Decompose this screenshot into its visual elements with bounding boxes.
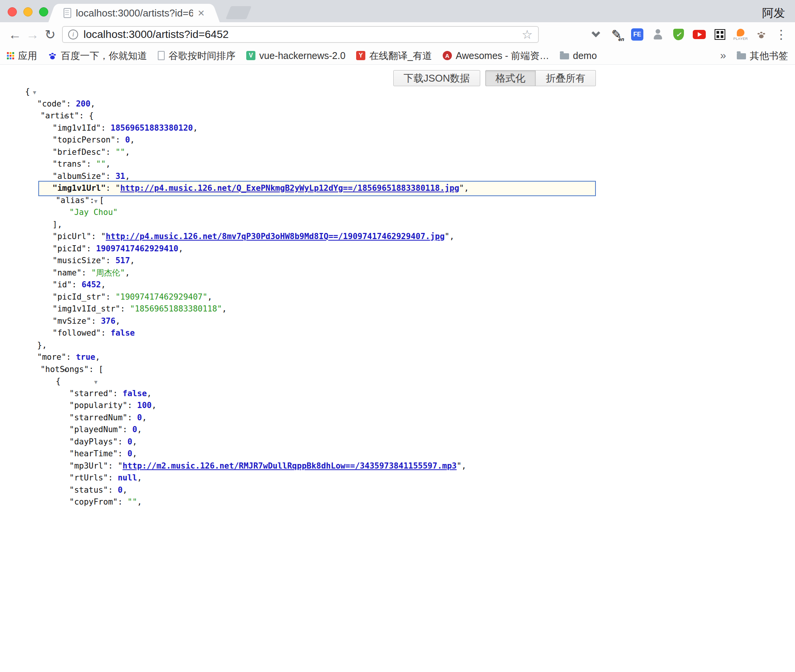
json-token: 517 [115,256,130,265]
new-tab-button[interactable] [226,6,252,19]
json-token: ], [52,220,62,229]
collapse-all-button[interactable]: 折叠所有 [536,70,596,86]
json-key: "starred" [69,389,113,398]
json-url-link[interactable]: http://m2.music.126.net/RMJR7wDullRqppBk… [123,461,456,470]
json-token: 200 [76,99,90,108]
collapse-toggle-icon[interactable]: ▼ [33,89,36,95]
json-line: "dayPlays": 0, [0,436,795,448]
json-token: ", [456,461,466,470]
json-token: : [128,413,137,422]
bookmark-vue-hackernews[interactable]: V vue-hackernews-2.0 [246,50,345,61]
json-token: 0 [118,485,123,495]
player-extension-icon[interactable]: PLAYER [733,27,748,42]
json-token: , [125,148,130,157]
format-button[interactable]: 格式化 [485,70,536,86]
paw-extension-icon[interactable] [754,27,769,42]
json-token: 0 [128,437,132,446]
json-key: "copyFrom" [69,497,118,506]
json-token: 0 [132,425,137,434]
json-line-highlighted: "img1v1Url": "http://p4.music.126.net/Q_… [0,182,795,195]
bookmarks-bar: 应用 百度一下，你就知道 谷歌按时间排序 V vue-hackernews-2.… [0,47,795,65]
json-token: : [66,352,76,362]
collapse-toggle-icon[interactable]: ▼ [94,379,97,385]
json-token: , [130,135,135,144]
json-key: "playedNum" [69,425,123,434]
folder-icon [560,53,569,59]
bookmark-google-sort[interactable]: 谷歌按时间排序 [158,49,236,62]
bookmark-awesomes[interactable]: A Awesomes - 前端资… [443,49,549,62]
json-token: : " [91,232,106,241]
baidu-paw-icon [48,51,57,60]
json-key: "name" [52,268,82,277]
json-key: "musicSize" [52,256,106,265]
json-token: 0 [128,449,132,458]
json-tree: ▼{"code": 200,▼"artist": {"img1v1Id": 18… [0,65,795,508]
bookmark-baidu[interactable]: 百度一下，你就知道 [48,49,147,62]
json-line: "id": 6452, [0,279,795,291]
forward-button[interactable] [24,27,41,42]
json-url-link[interactable]: http://p4.music.126.net/Q_ExePNkmgB2yWyL… [120,184,459,193]
json-token: , [101,280,106,289]
tab-close-icon[interactable] [198,7,204,19]
json-token: , [152,401,157,410]
translate-pen-extension-icon[interactable]: en [609,27,624,42]
player-caption: PLAYER [733,37,748,41]
json-token: : [82,268,91,277]
page-info-icon[interactable] [68,30,78,39]
json-key: "more" [37,352,66,362]
json-key: "albumSize" [52,172,106,181]
json-key: "picId_str" [52,292,106,302]
json-token: : [101,328,110,338]
chevron-extension-icon[interactable] [588,27,604,42]
json-token: , [137,497,142,506]
json-token: false [123,389,147,398]
qr-code-extension-icon[interactable] [712,27,728,42]
json-token: , [222,304,227,313]
shield-extension-icon[interactable] [671,27,686,42]
bookmark-youdao[interactable]: Y 在线翻译_有道 [356,49,432,62]
json-token: : [115,135,125,144]
json-line: "img1v1Id_str": "18569651883380118", [0,303,795,315]
json-url-link[interactable]: http://p4.music.126.net/8mv7qP30Pd3oHW8b… [106,232,445,241]
youtube-extension-icon[interactable] [692,27,707,42]
json-line: "name": "周杰伦", [0,267,795,279]
json-line: }, [0,339,795,352]
other-bookmarks-folder[interactable]: 其他书签 [737,49,788,62]
json-token: ", [445,232,454,241]
json-token: : [101,123,110,133]
json-token: : [113,389,123,398]
vue-icon: V [246,51,255,60]
window-close-button[interactable] [8,7,17,16]
bookmark-demo-folder[interactable]: demo [560,50,597,61]
browser-tab[interactable]: localhost:3000/artists?id=645 [57,4,211,22]
json-token: "18569651883380118" [130,304,222,313]
json-token: : [120,304,130,313]
address-bar[interactable]: localhost:3000/artists?id=6452 [62,26,539,43]
back-button[interactable] [6,27,24,42]
bookmark-apps[interactable]: 应用 [7,49,37,62]
window-minimize-button[interactable] [23,7,33,16]
json-line: "mp3Url": "http://m2.music.126.net/RMJR7… [0,460,795,472]
json-token: , [137,425,142,434]
json-line: "picUrl": "http://p4.music.126.net/8mv7q… [0,231,795,243]
window-zoom-button[interactable] [39,7,48,16]
json-token: , [90,99,95,108]
json-line: "copyFrom": "", [0,496,795,508]
bookmark-star-icon[interactable] [522,27,533,42]
tab-title: localhost:3000/artists?id=645 [76,7,193,19]
fe-extension-icon[interactable]: FE [630,27,645,42]
json-key: "img1v1Id" [52,123,101,133]
document-icon [158,51,165,60]
people-extension-icon[interactable] [650,27,666,42]
json-token: , [95,352,100,362]
json-line: "trans": "", [0,158,795,170]
json-token: , [132,437,137,446]
json-line: "picId_str": "19097417462929407", [0,291,795,303]
profile-name[interactable]: 阿发 [762,5,785,21]
reload-button[interactable] [41,27,59,42]
json-token: 376 [101,316,115,326]
json-token: : [106,172,115,181]
chrome-menu-icon[interactable] [774,27,789,42]
download-json-button[interactable]: 下载JSON数据 [393,70,480,86]
bookmarks-overflow-icon[interactable]: » [720,49,726,62]
